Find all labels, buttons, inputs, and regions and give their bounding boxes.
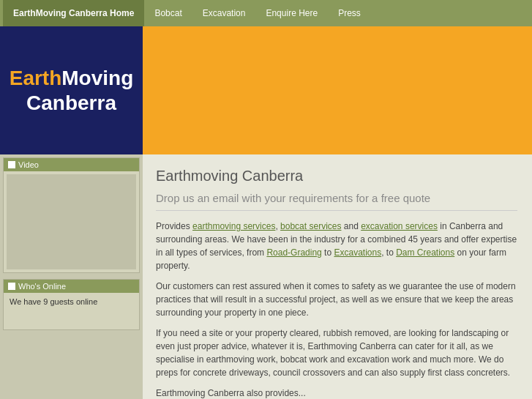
link-earthmoving[interactable]: earthmoving services	[192, 221, 275, 231]
sidebar-whos-online-section: Who's Online We have 9 guests online	[3, 279, 140, 330]
whos-online-text: We have 9 guests online	[10, 297, 97, 306]
main-wrapper: Video Who's Online We have 9 guests onli…	[0, 154, 532, 399]
content-para2: Our customers can rest assured when it c…	[156, 280, 517, 319]
link-excavation[interactable]: excavation services	[361, 221, 438, 231]
nav-press[interactable]: Press	[328, 0, 371, 26]
content-subtitle: Drop us an email with your requirements …	[156, 192, 517, 211]
link-excavations[interactable]: Excavations	[334, 247, 381, 258]
video-placeholder	[7, 174, 136, 269]
content-area: Earthmoving Canberra Drop us an email wi…	[143, 154, 532, 399]
logo-text: EarthMoving Canberra	[10, 66, 134, 115]
whos-online-checkbox-icon[interactable]	[8, 283, 15, 290]
content-body: Provides earthmoving services, bobcat se…	[156, 220, 517, 399]
sidebar-content: Video Who's Online We have 9 guests onli…	[0, 154, 143, 339]
sidebar-whos-online-header: Who's Online	[4, 280, 139, 293]
video-checkbox-icon[interactable]	[8, 161, 15, 168]
sidebar: Video Who's Online We have 9 guests onli…	[0, 154, 143, 399]
sidebar-whos-online-label: Who's Online	[18, 282, 66, 291]
link-road-grading[interactable]: Road-Grading	[266, 247, 321, 258]
content-title: Earthmoving Canberra	[156, 168, 517, 184]
content-para3: If you need a site or your property clea…	[156, 327, 517, 379]
nav-excavation[interactable]: Excavation	[192, 0, 256, 26]
nav-bar: EarthMoving Canberra Home Bobcat Excavat…	[0, 0, 532, 26]
sidebar-video-label: Video	[18, 160, 39, 169]
logo-moving: Moving	[61, 67, 133, 89]
hero-banner: EarthMoving Canberra	[0, 26, 532, 154]
sidebar-whos-online-body: We have 9 guests online	[4, 293, 139, 329]
logo-earth: Earth	[10, 67, 62, 89]
sidebar-video-header: Video	[4, 158, 139, 171]
link-bobcat[interactable]: bobcat services	[280, 221, 341, 231]
nav-enquire[interactable]: Enquire Here	[255, 0, 328, 26]
content-para4: Earthmoving Canberra also provides...	[156, 387, 517, 399]
sidebar-video-section: Video	[3, 157, 140, 273]
nav-home[interactable]: EarthMoving Canberra Home	[3, 0, 144, 26]
hero-orange-area	[143, 26, 532, 154]
link-dam-creations[interactable]: Dam Creations	[396, 247, 454, 258]
content-para1: Provides earthmoving services, bobcat se…	[156, 220, 517, 272]
logo-box: EarthMoving Canberra	[0, 26, 143, 154]
logo-canberra: Canberra	[26, 92, 116, 114]
nav-bobcat[interactable]: Bobcat	[144, 0, 192, 26]
